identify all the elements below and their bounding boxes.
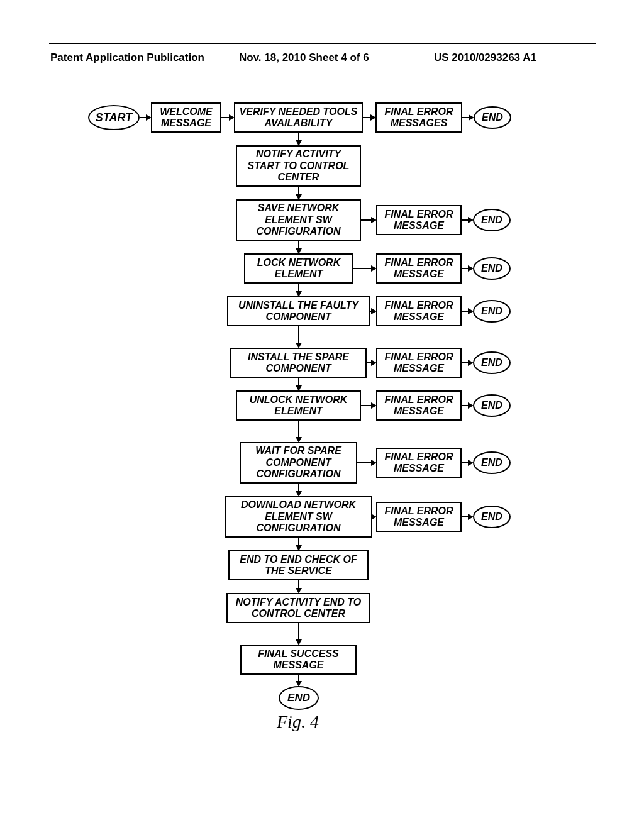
header-right: US 2010/0293263 A1	[434, 52, 536, 64]
end-save-terminal: END	[473, 209, 511, 231]
end-success-terminal: END	[279, 686, 319, 710]
error-lock-box: FINAL ERROR MESSAGE	[376, 253, 462, 284]
error-install-box: FINAL ERROR MESSAGE	[376, 348, 462, 378]
e2e-box: END TO END CHECK OF THE SERVICE	[228, 550, 369, 580]
header-rule	[49, 43, 596, 44]
lock-box: LOCK NETWORK ELEMENT	[244, 253, 353, 284]
install-box: INSTALL THE SPARE COMPONENT	[230, 348, 367, 378]
error-wait-box: FINAL ERROR MESSAGE	[376, 448, 462, 478]
verify-box: VERIFY NEEDED TOOLS AVAILABILITY	[234, 102, 363, 133]
notify-end-box: NOTIFY ACTIVITY END TO CONTROL CENTER	[226, 593, 370, 623]
header-left: Patent Application Publication	[50, 52, 204, 64]
error-uninstall-box: FINAL ERROR MESSAGE	[376, 296, 462, 326]
error-download-box: FINAL ERROR MESSAGE	[376, 502, 462, 532]
error-save-box: FINAL ERROR MESSAGE	[376, 205, 462, 235]
download-box: DOWNLOAD NETWORK ELEMENT SW CONFIGURATIO…	[225, 496, 372, 538]
uninstall-box: UNINSTALL THE FAULTY COMPONENT	[227, 296, 370, 326]
save-cfg-box: SAVE NETWORK ELEMENT SW CONFIGURATION	[236, 199, 361, 241]
error-verify-box: FINAL ERROR MESSAGES	[375, 102, 462, 133]
end-download-terminal: END	[473, 506, 511, 528]
figure-caption: Fig. 4	[277, 712, 319, 732]
end-install-terminal: END	[473, 351, 511, 374]
welcome-box: WELCOME MESSAGE	[151, 102, 221, 133]
end-unlock-terminal: END	[473, 394, 511, 417]
start-terminal: START	[88, 105, 140, 130]
page: Patent Application Publication Nov. 18, …	[0, 0, 644, 830]
end-lock-terminal: END	[473, 257, 511, 280]
notify-start-box: NOTIFY ACTIVITY START TO CONTROL CENTER	[236, 145, 361, 187]
success-box: FINAL SUCCESS MESSAGE	[240, 645, 357, 675]
end-verify-terminal: END	[474, 106, 511, 129]
unlock-box: UNLOCK NETWORK ELEMENT	[236, 390, 361, 421]
end-wait-terminal: END	[473, 451, 511, 474]
wait-box: WAIT FOR SPARE COMPONENT CONFIGURATION	[240, 442, 357, 484]
end-uninstall-terminal: END	[473, 300, 511, 323]
error-unlock-box: FINAL ERROR MESSAGE	[376, 390, 462, 421]
header-center: Nov. 18, 2010 Sheet 4 of 6	[239, 52, 369, 64]
